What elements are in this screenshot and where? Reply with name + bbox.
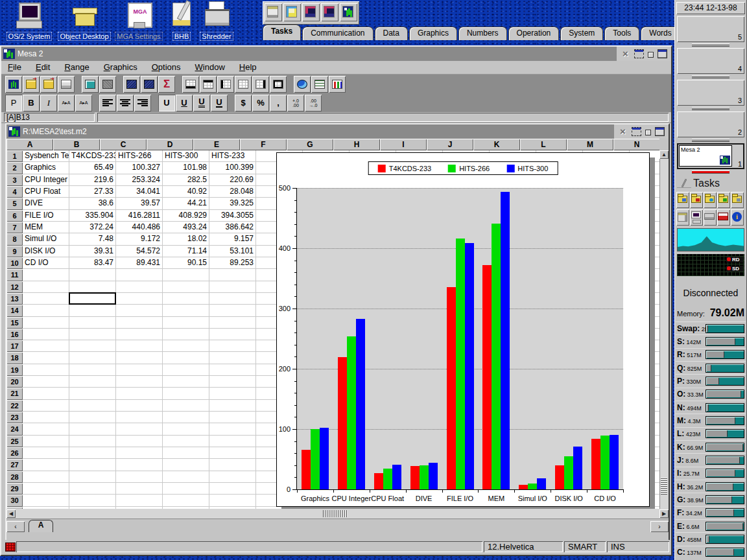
cell-e27[interactable] — [209, 459, 256, 471]
cell-e9[interactable]: 53.101 — [209, 246, 256, 257]
launcher-tab-data[interactable]: Data — [375, 27, 408, 40]
cell-grid[interactable]: 1Sysbench TestT4KCDS-233HITS-266HITS-300… — [6, 150, 659, 519]
cell-b4[interactable]: 27.33 — [69, 186, 116, 198]
toolbar-button-new-workbook[interactable] — [5, 76, 22, 93]
tool-shortcut-info[interactable]: i — [731, 209, 744, 226]
cell-e7[interactable]: 386.642 — [209, 222, 256, 233]
cell-d14[interactable] — [163, 305, 209, 316]
cell-a14[interactable] — [23, 305, 69, 316]
cell-e8[interactable]: 9.157 — [209, 233, 256, 245]
cell-e21[interactable] — [209, 388, 256, 399]
minimize-icon[interactable] — [648, 52, 654, 58]
cell-d20[interactable] — [163, 376, 209, 388]
toolbar-button-copy[interactable] — [99, 76, 116, 93]
cell-d15[interactable] — [163, 317, 209, 329]
cell-a2[interactable]: Graphics — [23, 162, 69, 174]
column-header-c[interactable]: C — [100, 139, 147, 150]
cell-e19[interactable] — [209, 364, 256, 376]
cell-b11[interactable] — [69, 269, 116, 281]
toolbar-button-border-left[interactable] — [217, 76, 234, 93]
cell-a25[interactable] — [23, 436, 69, 447]
cell-d22[interactable] — [163, 400, 209, 412]
chart-object[interactable]: T4KCDS-233HITS-266HITS-300 0100200300400… — [276, 152, 650, 507]
toolbar-button-map-globe[interactable] — [294, 76, 311, 93]
cell-e20[interactable] — [209, 376, 256, 388]
row-header-2[interactable]: 2 — [6, 162, 23, 174]
cell-d10[interactable]: 90.15 — [163, 257, 209, 269]
toolbar-button-grow-font[interactable]: A▸A — [75, 95, 92, 111]
launcher-button-settings[interactable] — [283, 3, 301, 21]
cell-e15[interactable] — [209, 317, 256, 329]
desktop-icon-object-desktop[interactable]: Object Desktop — [56, 1, 113, 41]
toolbar-button-sum[interactable]: Σ — [158, 76, 175, 93]
row-header-21[interactable]: 21 — [6, 388, 23, 399]
cell-d25[interactable] — [163, 436, 209, 447]
toolbar-button-shrink-font[interactable]: A▸A — [58, 95, 75, 111]
close-icon[interactable]: × — [618, 127, 628, 136]
launcher-button-desk[interactable] — [265, 3, 282, 21]
cell-a15[interactable] — [23, 317, 69, 329]
cell-c1[interactable]: HITS-266 — [116, 150, 163, 162]
maximize-icon[interactable] — [655, 127, 665, 136]
cell-b15[interactable] — [69, 317, 116, 329]
launcher-button-terminal-2[interactable] — [321, 3, 338, 21]
cell-c20[interactable] — [116, 376, 163, 388]
menu-edit[interactable]: Edit — [36, 62, 50, 74]
cell-a6[interactable]: FILE I/O — [23, 210, 69, 222]
minimize-icon[interactable] — [645, 130, 651, 135]
toolbar-button-underline-thick[interactable]: U — [211, 95, 228, 111]
cell-a1[interactable]: Sysbench Test — [23, 150, 69, 162]
folder-shortcut-3[interactable] — [704, 192, 717, 208]
scroll-right-icon[interactable]: ▶ — [659, 509, 669, 518]
cell-b23[interactable] — [69, 412, 116, 423]
pager-desktop-5[interactable]: 5 — [677, 16, 744, 42]
scrollbar-thumb[interactable] — [323, 510, 348, 517]
launcher-button-terminal-1[interactable] — [302, 3, 320, 21]
row-header-6[interactable]: 6 — [6, 210, 23, 222]
row-header-29[interactable]: 29 — [6, 483, 23, 495]
toolbar-button-save-file[interactable] — [40, 76, 57, 93]
cell-e10[interactable]: 89.253 — [209, 257, 256, 269]
sheet-tab-a[interactable]: A — [29, 520, 53, 532]
cell-c8[interactable]: 9.172 — [116, 233, 163, 245]
cell-c13[interactable] — [116, 293, 163, 305]
cell-b20[interactable] — [69, 376, 116, 388]
cell-a10[interactable]: CD I/O — [23, 257, 69, 269]
column-header-n[interactable]: N — [613, 139, 659, 150]
cell-d19[interactable] — [163, 364, 209, 376]
toolbar-button-underline-double[interactable]: U — [193, 95, 210, 111]
cell-b2[interactable]: 65.49 — [69, 162, 116, 174]
cell-b5[interactable]: 38.6 — [69, 198, 116, 209]
cell-d12[interactable] — [163, 281, 209, 293]
cell-a28[interactable] — [23, 471, 69, 483]
cell-d8[interactable]: 18.02 — [163, 233, 209, 245]
toolbar-button-align-center[interactable] — [117, 95, 134, 111]
cell-c5[interactable]: 39.57 — [116, 198, 163, 209]
cell-b27[interactable] — [69, 459, 116, 471]
cell-d5[interactable]: 44.21 — [163, 198, 209, 209]
row-header-5[interactable]: 5 — [6, 198, 23, 209]
cell-c23[interactable] — [116, 412, 163, 423]
cell-d29[interactable] — [163, 483, 209, 495]
column-header-e[interactable]: E — [193, 139, 240, 150]
toolbar-button-currency[interactable]: $ — [235, 95, 252, 111]
toolbar-button-plain-text[interactable]: P — [5, 95, 22, 111]
cell-c14[interactable] — [116, 305, 163, 316]
cell-d17[interactable] — [163, 340, 209, 352]
cell-c4[interactable]: 34.041 — [116, 186, 163, 198]
cell-b9[interactable]: 39.31 — [69, 246, 116, 257]
menu-window[interactable]: Window — [195, 62, 225, 74]
row-header-20[interactable]: 20 — [6, 376, 23, 388]
toolbar-button-border-grid[interactable] — [235, 76, 252, 93]
cell-e16[interactable] — [209, 329, 256, 340]
cell-d9[interactable]: 71.14 — [163, 246, 209, 257]
cell-c19[interactable] — [116, 364, 163, 376]
cell-b22[interactable] — [69, 400, 116, 412]
cell-c27[interactable] — [116, 459, 163, 471]
cell-c2[interactable]: 100.327 — [116, 162, 163, 174]
cell-c29[interactable] — [116, 483, 163, 495]
cell-e13[interactable] — [209, 293, 256, 305]
row-header-18[interactable]: 18 — [6, 352, 23, 364]
column-header-j[interactable]: J — [427, 139, 473, 150]
cell-a12[interactable] — [23, 281, 69, 293]
